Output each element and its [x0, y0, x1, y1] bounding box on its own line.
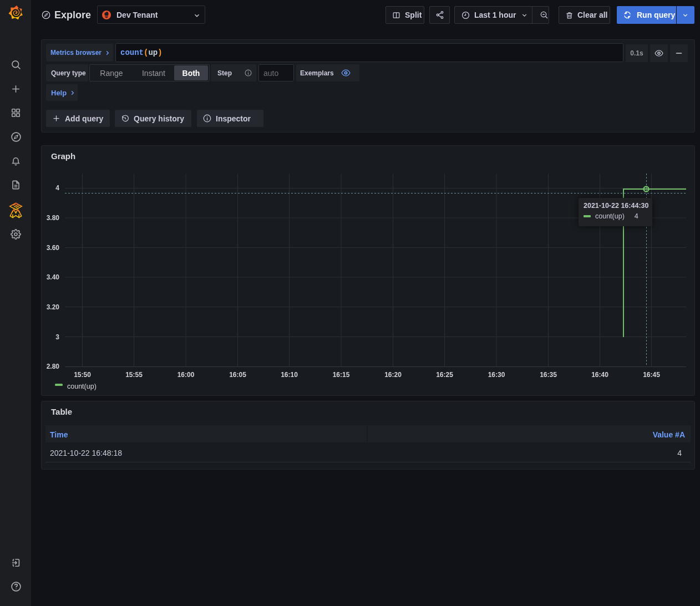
svg-text:3.60: 3.60 [47, 244, 60, 252]
svg-text:16:00: 16:00 [177, 371, 195, 379]
svg-text:3.40: 3.40 [47, 273, 60, 281]
svg-text:16:20: 16:20 [384, 371, 402, 379]
svg-text:16:05: 16:05 [229, 371, 246, 379]
svg-text:3.20: 3.20 [47, 303, 60, 311]
svg-text:16:10: 16:10 [281, 371, 298, 379]
svg-text:15:50: 15:50 [74, 371, 91, 379]
svg-text:16:30: 16:30 [488, 371, 505, 379]
svg-text:16:15: 16:15 [333, 371, 350, 379]
svg-text:16:45: 16:45 [643, 371, 660, 379]
svg-text:15:55: 15:55 [125, 371, 143, 379]
svg-text:16:35: 16:35 [540, 371, 557, 379]
svg-text:3: 3 [55, 333, 59, 341]
svg-text:2.80: 2.80 [47, 363, 60, 370]
svg-text:4: 4 [55, 184, 59, 192]
svg-text:count(up): count(up) [67, 383, 97, 390]
svg-text:16:25: 16:25 [436, 371, 453, 379]
svg-text:3.80: 3.80 [47, 214, 60, 222]
svg-text:16:40: 16:40 [591, 371, 608, 379]
